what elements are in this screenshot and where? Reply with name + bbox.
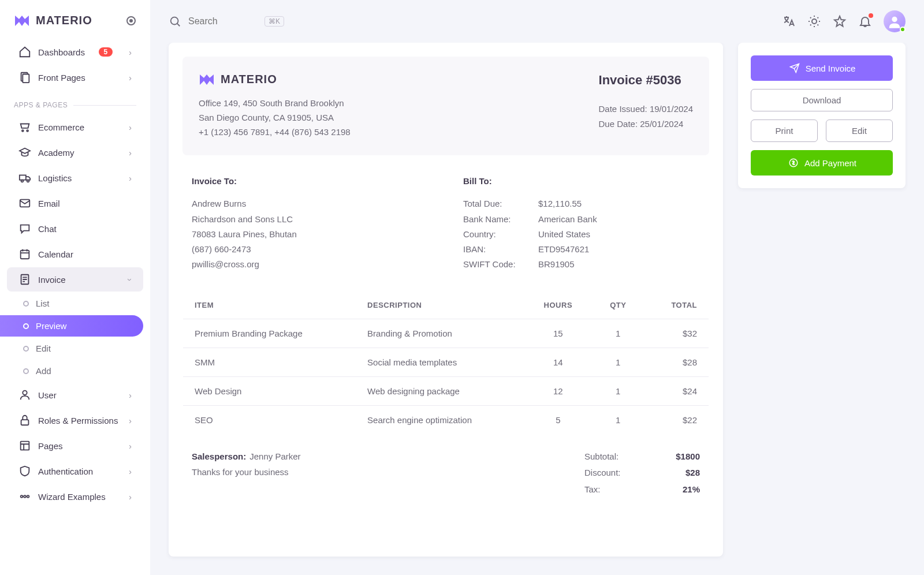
- nav-label: Authentication: [38, 466, 93, 476]
- cell-desc: Search engine optimization: [356, 405, 524, 434]
- cell-item: SEO: [183, 405, 356, 434]
- sales-note: Salesperson:Jenny Parker Thanks for your…: [192, 449, 301, 498]
- chevron-right-icon: ›: [129, 173, 132, 183]
- chevron-down-icon: ›: [125, 278, 135, 281]
- chevron-right-icon: ›: [129, 416, 132, 425]
- dollar-icon: [787, 156, 800, 169]
- nav-invoice-list[interactable]: List: [7, 293, 143, 314]
- chevron-right-icon: ›: [129, 441, 132, 451]
- chevron-right-icon: ›: [129, 47, 132, 57]
- nav-label: Wizard Examples: [38, 492, 106, 502]
- svg-rect-6: [20, 175, 26, 180]
- nav-label: Logistics: [38, 173, 72, 183]
- cell-hours: 15: [524, 319, 592, 348]
- nav-email[interactable]: Email: [7, 191, 143, 215]
- chat-icon: [18, 222, 31, 235]
- nav-chat[interactable]: Chat: [7, 216, 143, 241]
- invoice-number: Invoice #5036: [599, 73, 693, 88]
- print-button[interactable]: Print: [751, 120, 818, 142]
- invoice-header: MATERIO Office 149, 450 South Brand Broo…: [182, 57, 709, 155]
- table-row: SMMSocial media templates141$28: [183, 348, 709, 376]
- avatar[interactable]: [884, 10, 906, 32]
- invoice-icon: [18, 273, 31, 286]
- dots-icon: [18, 490, 31, 503]
- lock-icon: [18, 414, 31, 427]
- layout-icon: [18, 439, 31, 452]
- nav-invoice-add[interactable]: Add: [7, 360, 143, 382]
- nav-dashboards[interactable]: Dashboards 5 ›: [7, 40, 143, 64]
- chevron-right-icon: ›: [129, 492, 132, 502]
- chevron-right-icon: ›: [129, 466, 132, 476]
- svg-point-8: [27, 180, 29, 182]
- nav-label: Pages: [38, 441, 63, 451]
- cell-desc: Web designing package: [356, 376, 524, 405]
- chevron-right-icon: ›: [129, 122, 132, 132]
- col-qty: QTY: [592, 291, 644, 319]
- nav-invoice-preview[interactable]: Preview: [0, 315, 143, 337]
- nav-label: Invoice: [38, 275, 66, 285]
- nav-wizard[interactable]: Wizard Examples ›: [7, 484, 143, 509]
- nav-ecommerce[interactable]: Ecommerce ›: [7, 115, 143, 139]
- theme-icon[interactable]: [807, 14, 821, 28]
- cell-hours: 14: [524, 348, 592, 376]
- home-icon: [18, 46, 31, 58]
- nav-roles[interactable]: Roles & Permissions ›: [7, 408, 143, 432]
- invoice-to: Invoice To: Andrew Burns Richardson and …: [192, 176, 429, 272]
- nav-user[interactable]: User ›: [7, 383, 143, 407]
- nav-label: Chat: [38, 224, 57, 234]
- nav-front-pages[interactable]: Front Pages ›: [7, 65, 143, 89]
- mail-icon: [18, 197, 31, 210]
- sidebar: MATERIO Dashboards 5 › Front Pages › APP…: [0, 0, 150, 575]
- invoice-brand-name: MATERIO: [221, 73, 277, 86]
- status-dot: [900, 27, 906, 32]
- cell-total: $32: [644, 319, 709, 348]
- topbar: ⌘K: [150, 0, 924, 43]
- nav-calendar[interactable]: Calendar: [7, 242, 143, 266]
- nav-auth[interactable]: Authentication ›: [7, 459, 143, 483]
- cell-hours: 12: [524, 376, 592, 405]
- dashboards-badge: 5: [99, 47, 113, 57]
- nav-pages[interactable]: Pages ›: [7, 434, 143, 458]
- sidebar-pin-icon[interactable]: [126, 16, 136, 26]
- search-input[interactable]: [188, 16, 258, 27]
- bell-icon[interactable]: [858, 14, 872, 28]
- notification-dot: [869, 13, 873, 18]
- nav-academy[interactable]: Academy ›: [7, 140, 143, 165]
- actions-card: Send Invoice Download Print Edit Add Pay…: [738, 43, 906, 188]
- totals: Subtotal:$1800 Discount:$28 Tax:21%: [584, 449, 700, 498]
- nav-label: Email: [38, 199, 60, 208]
- cell-qty: 1: [592, 319, 644, 348]
- download-button[interactable]: Download: [751, 89, 893, 111]
- nav-label: Roles & Permissions: [38, 416, 118, 425]
- language-icon[interactable]: [782, 14, 796, 28]
- svg-point-4: [22, 130, 24, 132]
- svg-point-16: [24, 495, 26, 498]
- nav-invoice[interactable]: Invoice ›: [7, 267, 143, 292]
- pages-icon: [18, 71, 31, 84]
- edit-button[interactable]: Edit: [826, 120, 893, 142]
- add-payment-button[interactable]: Add Payment: [751, 150, 893, 176]
- nav-logistics[interactable]: Logistics ›: [7, 166, 143, 190]
- col-total: TOTAL: [644, 291, 709, 319]
- table-row: SEOSearch engine optimization51$22: [183, 405, 709, 434]
- svg-point-7: [21, 180, 24, 182]
- nav-label: Ecommerce: [38, 122, 84, 132]
- star-icon[interactable]: [833, 14, 847, 28]
- search[interactable]: ⌘K: [169, 15, 284, 28]
- cell-item: Premium Branding Package: [183, 319, 356, 348]
- cell-desc: Branding & Promotion: [356, 319, 524, 348]
- svg-point-19: [812, 19, 817, 24]
- send-invoice-button[interactable]: Send Invoice: [751, 55, 893, 81]
- chevron-right-icon: ›: [129, 148, 132, 158]
- company-address: Office 149, 450 South Brand Brooklyn San…: [199, 96, 351, 139]
- truck-icon: [18, 171, 31, 184]
- nav-invoice-edit[interactable]: Edit: [7, 338, 143, 359]
- svg-point-18: [171, 17, 178, 25]
- chevron-right-icon: ›: [129, 390, 132, 400]
- cart-icon: [18, 121, 31, 133]
- svg-rect-10: [21, 251, 29, 259]
- cell-qty: 1: [592, 405, 644, 434]
- svg-point-17: [27, 495, 29, 498]
- cell-hours: 5: [524, 405, 592, 434]
- cell-desc: Social media templates: [356, 348, 524, 376]
